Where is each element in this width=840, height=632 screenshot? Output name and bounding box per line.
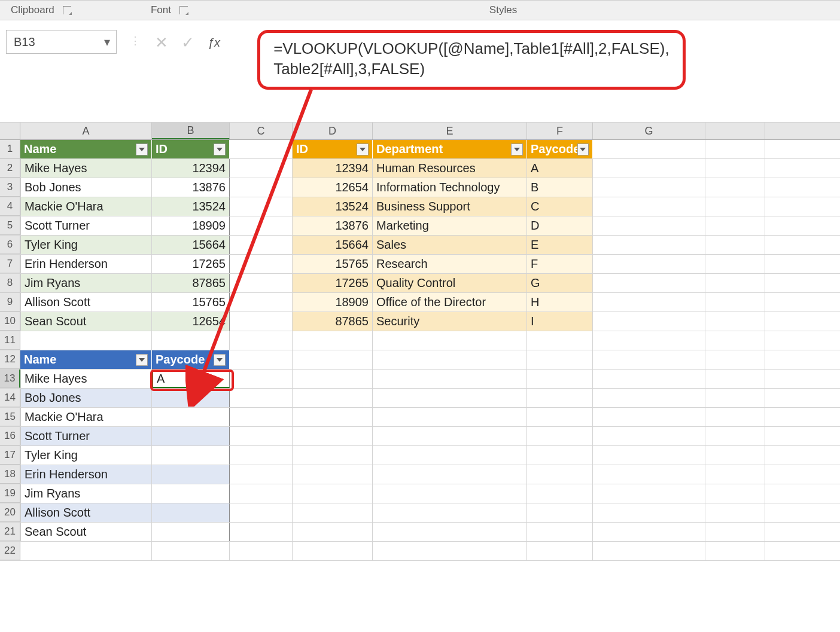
cell[interactable] [527, 370, 593, 388]
cell[interactable] [230, 542, 293, 560]
row-header[interactable]: 2 [0, 159, 20, 178]
cell[interactable] [705, 542, 765, 560]
cell[interactable] [152, 331, 230, 350]
cell[interactable] [593, 216, 705, 235]
cell[interactable] [705, 370, 765, 388]
cell[interactable] [705, 255, 765, 273]
table2-cell-id[interactable]: 13876 [293, 216, 373, 235]
row-header[interactable]: 3 [0, 178, 20, 197]
cell[interactable] [593, 140, 705, 158]
enter-icon[interactable]: ✓ [181, 33, 194, 52]
table3-cell-name[interactable]: Allison Scott [20, 503, 152, 522]
cell[interactable] [230, 236, 293, 254]
cell[interactable] [230, 389, 293, 407]
cell[interactable] [593, 370, 705, 388]
cell[interactable] [593, 159, 705, 178]
cell[interactable] [230, 197, 293, 216]
table3-cell-paycode[interactable] [152, 523, 230, 541]
cell[interactable] [705, 427, 765, 445]
cell[interactable] [230, 274, 293, 292]
table3-cell-name[interactable]: Mackie O'Hara [20, 408, 152, 426]
cell[interactable] [705, 178, 765, 197]
table3-cell-name[interactable]: Tyler King [20, 446, 152, 465]
row-header[interactable]: 13 [0, 370, 20, 388]
cell[interactable] [230, 255, 293, 273]
cell[interactable] [527, 446, 593, 465]
table2-cell-id[interactable]: 12654 [293, 178, 373, 197]
cell[interactable] [293, 465, 373, 484]
row-header[interactable]: 7 [0, 255, 20, 273]
cell[interactable] [230, 159, 293, 178]
cell[interactable] [705, 331, 765, 350]
table2-cell-dept[interactable]: Human Resources [373, 159, 527, 178]
col-header-G[interactable]: G [593, 123, 705, 139]
cell[interactable] [293, 523, 373, 541]
cell[interactable] [230, 523, 293, 541]
table1-cell-name[interactable]: Scott Turner [20, 216, 152, 235]
table2-cell-id[interactable]: 15664 [293, 236, 373, 254]
table1-cell-name[interactable]: Allison Scott [20, 293, 152, 312]
cell[interactable] [593, 484, 705, 503]
filter-icon[interactable] [511, 144, 523, 155]
table3-cell-name[interactable]: Mike Hayes [20, 370, 152, 388]
table3-cell-paycode[interactable] [152, 446, 230, 465]
table2-cell-paycode[interactable]: B [527, 178, 593, 197]
cell[interactable] [527, 503, 593, 522]
table2-cell-paycode[interactable]: E [527, 236, 593, 254]
cell[interactable] [373, 427, 527, 445]
table1-cell-name[interactable]: Jim Ryans [20, 274, 152, 292]
cell[interactable] [593, 255, 705, 273]
cell[interactable] [20, 542, 152, 560]
table1-cell-name[interactable]: Tyler King [20, 236, 152, 254]
table1-header-id[interactable]: ID [152, 140, 230, 158]
cell[interactable] [230, 350, 293, 369]
table1-cell-id[interactable]: 17265 [152, 255, 230, 273]
table3-cell-paycode[interactable] [152, 389, 230, 407]
cell[interactable] [593, 312, 705, 331]
cell[interactable] [293, 350, 373, 369]
filter-icon[interactable] [214, 144, 226, 155]
table2-cell-paycode[interactable]: F [527, 255, 593, 273]
cell[interactable] [373, 484, 527, 503]
table2-cell-id[interactable]: 87865 [293, 312, 373, 331]
table3-cell-paycode[interactable] [152, 465, 230, 484]
cell[interactable] [230, 216, 293, 235]
cell[interactable] [373, 446, 527, 465]
table2-cell-dept[interactable]: Quality Control [373, 274, 527, 292]
col-header-B[interactable]: B [152, 123, 230, 139]
table1-cell-id[interactable]: 13524 [152, 197, 230, 216]
table1-cell-id[interactable]: 87865 [152, 274, 230, 292]
table2-cell-paycode[interactable]: A [527, 159, 593, 178]
cell[interactable] [373, 542, 527, 560]
row-header[interactable]: 6 [0, 236, 20, 254]
filter-icon[interactable] [214, 354, 226, 366]
cell[interactable] [705, 216, 765, 235]
table2-cell-paycode[interactable]: H [527, 293, 593, 312]
table2-cell-paycode[interactable]: I [527, 312, 593, 331]
filter-icon[interactable] [136, 354, 148, 366]
cell[interactable] [593, 236, 705, 254]
cell[interactable] [527, 542, 593, 560]
table2-cell-paycode[interactable]: C [527, 197, 593, 216]
cell[interactable] [593, 331, 705, 350]
name-box[interactable]: B13 ▾ [6, 30, 117, 54]
cell[interactable] [293, 370, 373, 388]
cell[interactable] [230, 408, 293, 426]
table3-header-paycode[interactable]: Paycode [152, 350, 230, 369]
cell[interactable] [593, 197, 705, 216]
table2-cell-dept[interactable]: Sales [373, 236, 527, 254]
table1-cell-id[interactable]: 15765 [152, 293, 230, 312]
cell[interactable] [293, 408, 373, 426]
cell[interactable] [230, 465, 293, 484]
cell[interactable] [230, 331, 293, 350]
row-header[interactable]: 4 [0, 197, 20, 216]
col-header-blank[interactable] [705, 123, 765, 139]
cell[interactable] [705, 140, 765, 158]
table2-header-paycode[interactable]: Paycode [527, 140, 593, 158]
row-header[interactable]: 14 [0, 389, 20, 407]
table3-cell-paycode[interactable] [152, 503, 230, 522]
table2-cell-dept[interactable]: Business Support [373, 197, 527, 216]
table1-header-name[interactable]: Name [20, 140, 152, 158]
table2-cell-paycode[interactable]: G [527, 274, 593, 292]
table2-cell-id[interactable]: 12394 [293, 159, 373, 178]
